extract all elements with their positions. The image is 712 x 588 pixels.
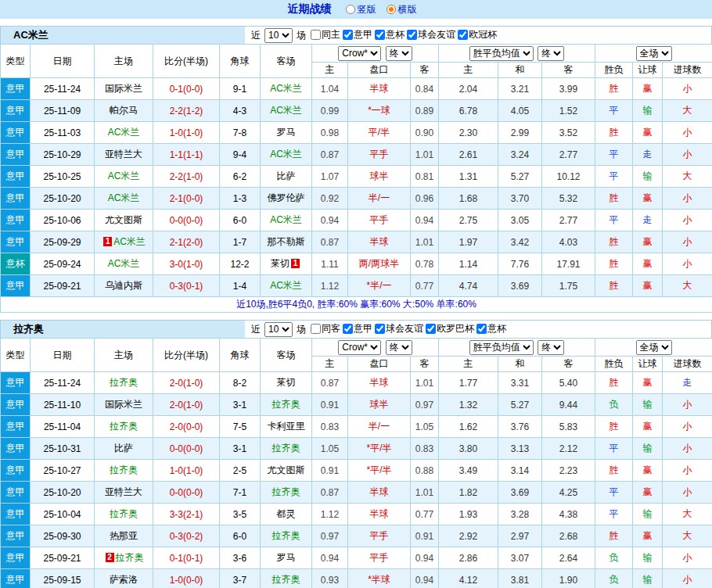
home-team[interactable]: 乌迪内斯 <box>95 275 153 297</box>
away-team[interactable]: AC米兰 <box>261 78 312 100</box>
away-team[interactable]: 卡利亚里 <box>261 416 312 438</box>
home-team[interactable]: 国际米兰 <box>95 394 153 416</box>
home-team[interactable]: 2拉齐奥 <box>95 547 153 569</box>
away-team[interactable]: 尤文图斯 <box>261 460 312 482</box>
away-team[interactable]: 拉齐奥 <box>261 482 312 504</box>
league-filter[interactable]: 意甲 <box>343 28 372 41</box>
home-team[interactable]: 亚特兰大 <box>95 144 153 166</box>
league-filter-checkbox[interactable] <box>458 30 468 40</box>
eu-odds-select[interactable]: 胜平负均值 <box>469 46 534 61</box>
league-filter[interactable]: 同客 <box>311 322 340 335</box>
eu-home-odds: 4.74 <box>439 275 498 297</box>
odds-stage-select[interactable]: 终 <box>386 46 412 61</box>
match-count-select[interactable]: 10 <box>264 28 293 43</box>
odds-stage-select[interactable]: 终 <box>386 340 412 355</box>
asian-handicap: *一球 <box>348 100 411 122</box>
corners: 7-5 <box>220 416 261 438</box>
league-filter-checkbox[interactable] <box>311 324 321 334</box>
league-filter-checkbox[interactable] <box>343 30 353 40</box>
away-team[interactable]: 拉齐奥 <box>261 394 312 416</box>
eu-home-odds: 1.62 <box>439 416 498 438</box>
league-filter-checkbox[interactable] <box>375 30 385 40</box>
home-team[interactable]: 比萨 <box>95 438 153 460</box>
home-team[interactable]: 热那亚 <box>95 525 153 547</box>
asian-home-odds: 1.05 <box>312 438 348 460</box>
home-team[interactable]: 1AC米兰 <box>95 231 153 253</box>
home-team[interactable]: AC米兰 <box>95 166 153 188</box>
league-badge: 意甲 <box>1 547 31 569</box>
handicap-result: 输 <box>633 100 663 122</box>
eu-odds-select[interactable]: 胜平负均值 <box>469 340 534 355</box>
asian-home-odds: 1.12 <box>312 504 348 525</box>
away-team[interactable]: 罗马 <box>261 547 312 569</box>
col-home: 主场 <box>95 339 153 372</box>
away-team[interactable]: AC米兰 <box>261 100 312 122</box>
matches-body: 意甲 25-11-24 拉齐奥 2-0(1-0) 8-2 莱切 0.87 半球 … <box>1 372 712 588</box>
home-team[interactable]: 萨索洛 <box>95 569 153 588</box>
match-count-select[interactable]: 10 <box>264 322 293 337</box>
league-filter[interactable]: 意甲 <box>343 322 372 335</box>
eu-stage-select[interactable]: 终 <box>538 340 564 355</box>
away-team[interactable]: 都灵 <box>261 504 312 525</box>
layout-radio-label[interactable]: 横版 <box>398 3 417 16</box>
league-filter[interactable]: 意杯 <box>476 322 506 335</box>
asian-away-odds: 1.01 <box>411 144 439 166</box>
league-badge: 意甲 <box>1 504 31 525</box>
home-team[interactable]: AC米兰 <box>95 122 153 144</box>
away-team[interactable]: 拉齐奥 <box>261 569 312 588</box>
league-filter-checkbox[interactable] <box>476 324 487 334</box>
home-team[interactable]: AC米兰 <box>95 253 153 275</box>
league-filter-checkbox[interactable] <box>426 324 436 334</box>
league-filter-checkbox[interactable] <box>407 30 417 40</box>
layout-radio-label[interactable]: 竖版 <box>358 3 376 16</box>
home-team[interactable]: 尤文图斯 <box>95 210 153 231</box>
match-row: 意甲 25-10-06 尤文图斯 0-0(0-0) 6-0 AC米兰 0.94 … <box>1 210 712 231</box>
away-team[interactable]: 罗马 <box>261 122 312 144</box>
league-filter[interactable]: 欧罗巴杯 <box>426 322 474 335</box>
corners: 12-2 <box>220 253 261 275</box>
league-filter[interactable]: 球会友谊 <box>407 28 455 41</box>
home-team[interactable]: 亚特兰大 <box>95 482 153 504</box>
home-team[interactable]: 国际米兰 <box>95 78 153 100</box>
odds-company-select[interactable]: Crow* <box>338 340 381 355</box>
home-team[interactable]: 帕尔马 <box>95 100 153 122</box>
layout-radio-vertical[interactable] <box>346 5 355 14</box>
away-team[interactable]: 佛罗伦萨 <box>261 188 312 210</box>
eu-stage-select[interactable]: 终 <box>538 46 564 61</box>
home-team[interactable]: AC米兰 <box>95 188 153 210</box>
league-filter[interactable]: 意杯 <box>375 28 405 41</box>
home-team[interactable]: 拉齐奥 <box>95 372 153 394</box>
goals-result: 小 <box>663 231 712 253</box>
away-team[interactable]: 莱切1 <box>261 253 312 275</box>
league-filter[interactable]: 球会友谊 <box>375 322 423 335</box>
away-team[interactable]: AC米兰 <box>261 144 312 166</box>
home-team[interactable]: 拉齐奥 <box>95 460 153 482</box>
eu-draw-odds: 3.05 <box>498 210 542 231</box>
layout-radio-horizontal[interactable] <box>387 5 396 14</box>
matches-body: 意甲 25-11-24 国际米兰 0-1(0-0) 9-1 AC米兰 1.04 … <box>1 78 712 297</box>
away-team[interactable]: 莱切 <box>261 372 312 394</box>
home-team[interactable]: 拉齐奥 <box>95 416 153 438</box>
away-team[interactable]: AC米兰 <box>261 275 312 297</box>
away-team[interactable]: 拉齐奥 <box>261 438 312 460</box>
away-team[interactable]: 拉齐奥 <box>261 525 312 547</box>
league-filter-checkbox[interactable] <box>311 30 321 40</box>
league-filter[interactable]: 欧冠杯 <box>458 28 497 41</box>
eu-draw-odds: 7.76 <box>498 253 542 275</box>
away-team[interactable]: 那不勒斯 <box>261 231 312 253</box>
home-team[interactable]: 拉齐奥 <box>95 504 153 525</box>
corners: 2-5 <box>220 460 261 482</box>
scope-select[interactable]: 全场 <box>636 46 672 61</box>
odds-company-select[interactable]: Crow* <box>338 46 381 61</box>
col-score: 比分(半场) <box>153 45 220 78</box>
away-team[interactable]: AC米兰 <box>261 210 312 231</box>
scope-select[interactable]: 全场 <box>636 340 672 355</box>
league-badge: 意甲 <box>1 482 31 504</box>
league-filter[interactable]: 同主 <box>311 28 340 41</box>
away-team[interactable]: 比萨 <box>261 166 312 188</box>
league-filter-checkbox[interactable] <box>375 324 385 334</box>
league-badge: 意甲 <box>1 210 31 231</box>
league-badge: 意甲 <box>1 122 31 144</box>
league-filter-checkbox[interactable] <box>343 324 353 334</box>
col-let: 让球 <box>633 63 663 78</box>
